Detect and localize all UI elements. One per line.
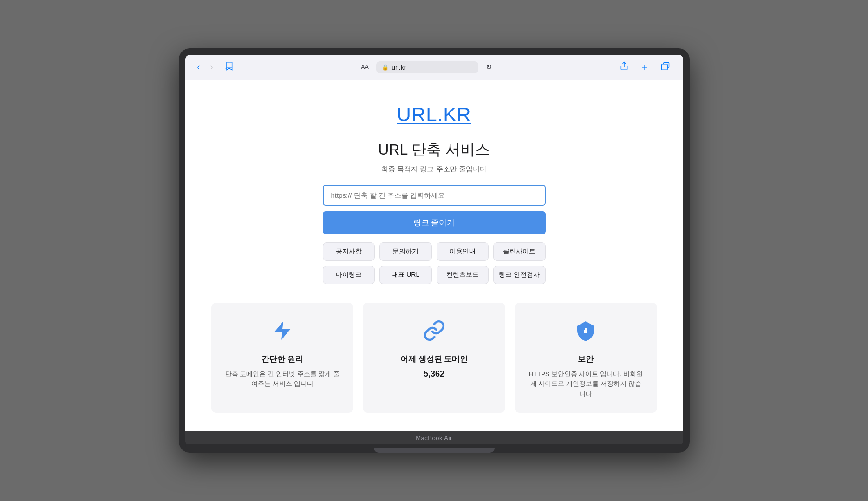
page-content: URL.KR URL 단축 서비스 최종 목적지 링크 주소만 줄입니다 링크 …: [185, 80, 683, 432]
nav-buttons-row-2: 마이링크 대표 URL 컨텐츠보드 링크 안전검사: [323, 266, 546, 284]
reader-mode-button[interactable]: AA: [357, 62, 372, 72]
nav-buttons-row-1: 공지사항 문의하기 이용안내 클린사이트: [323, 242, 546, 261]
inquiry-button[interactable]: 문의하기: [379, 242, 432, 261]
url-text: url.kr: [392, 64, 406, 71]
svg-rect-4: [585, 328, 587, 331]
lightning-icon: [271, 319, 294, 346]
repurl-button[interactable]: 대표 URL: [379, 266, 432, 284]
svg-marker-2: [274, 321, 291, 340]
svg-rect-1: [661, 64, 667, 70]
feature-card-simple: 간단한 원리 단축 도메인은 긴 인터넷 주소를 짧게 줄여주는 서비스 입니다: [211, 303, 354, 413]
site-title[interactable]: URL.KR: [397, 104, 471, 126]
bookmarks-button[interactable]: [219, 59, 239, 75]
notice-button[interactable]: 공지사항: [323, 242, 375, 261]
link-icon: [423, 319, 445, 346]
share-button[interactable]: [614, 59, 634, 75]
address-bar-area: AA 🔒 url.kr ↻: [247, 61, 607, 73]
browser-actions: +: [614, 59, 676, 75]
guide-button[interactable]: 이용안내: [437, 242, 489, 261]
cleansite-button[interactable]: 클린사이트: [493, 242, 546, 261]
laptop-bottom-bar: MacBook Air: [185, 431, 683, 444]
service-subtitle: 최종 목적지 링크 주소만 줄입니다: [381, 165, 487, 174]
url-input[interactable]: [323, 185, 546, 206]
feature-desc-3: HTTPS 보안인증 사이트 입니다. 비회원 제 사이트로 개인정보를 저장하…: [528, 369, 644, 399]
browser-chrome: ‹ › AA 🔒 url.kr ↻: [185, 55, 683, 80]
feature-card-security: 보안 HTTPS 보안인증 사이트 입니다. 비회원 제 사이트로 개인정보를 …: [515, 303, 657, 413]
contentboard-button[interactable]: 컨텐츠보드: [437, 266, 489, 284]
feature-card-domain: 어제 생성된 도메인 5,362: [363, 303, 505, 413]
reload-button[interactable]: ↻: [482, 61, 496, 73]
linksafety-button[interactable]: 링크 안전검사: [493, 266, 546, 284]
tabs-icon: [661, 61, 670, 71]
feature-desc-1: 단축 도메인은 긴 인터넷 주소를 짧게 줄여주는 서비스 입니다: [224, 369, 341, 389]
shorten-button[interactable]: 링크 줄이기: [323, 211, 546, 234]
feature-title-1: 간단한 원리: [261, 354, 303, 364]
feature-value-2: 5,362: [424, 369, 444, 379]
back-button[interactable]: ‹: [193, 60, 205, 74]
feature-title-2: 어제 생성된 도메인: [400, 354, 468, 364]
mylink-button[interactable]: 마이링크: [323, 266, 375, 284]
browser-toolbar: ‹ › AA 🔒 url.kr ↻: [193, 59, 676, 80]
shield-icon: [574, 319, 597, 346]
bookmarks-icon: [224, 61, 234, 71]
service-title: URL 단축 서비스: [378, 140, 490, 160]
laptop-base: [185, 444, 683, 453]
feature-title-3: 보안: [578, 354, 594, 364]
features-row: 간단한 원리 단축 도메인은 긴 인터넷 주소를 짧게 줄여주는 서비스 입니다…: [211, 303, 657, 413]
lock-icon: 🔒: [382, 64, 389, 71]
laptop-label: MacBook Air: [416, 435, 452, 442]
address-bar[interactable]: 🔒 url.kr: [376, 61, 478, 73]
new-tab-button[interactable]: +: [636, 59, 653, 75]
tabs-overview-button[interactable]: [655, 59, 676, 75]
laptop-screen: ‹ › AA 🔒 url.kr ↻: [185, 55, 683, 432]
forward-button[interactable]: ›: [206, 60, 218, 74]
laptop-frame: ‹ › AA 🔒 url.kr ↻: [179, 48, 690, 453]
nav-controls: ‹ ›: [193, 59, 239, 75]
share-icon: [620, 61, 629, 71]
